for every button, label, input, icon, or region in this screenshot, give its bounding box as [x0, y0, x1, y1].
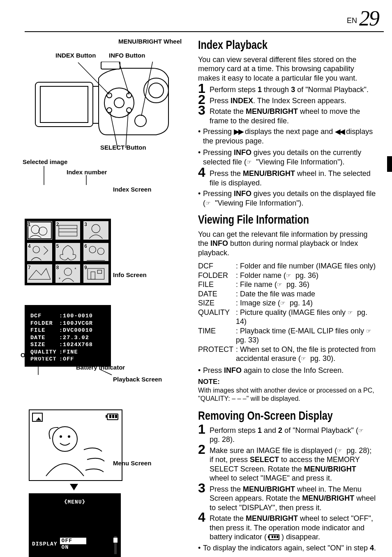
s1-bullet3: Pressing INFO gives you details on the d… — [198, 189, 376, 208]
thumbnail-6: 6 — [83, 242, 109, 262]
header-rule — [25, 31, 384, 32]
s1-intro: You can view several different files sto… — [198, 55, 376, 83]
index-pointer-lines — [21, 160, 127, 222]
file-info-definitions: DCFFolder and file number (IMAGE files o… — [198, 261, 376, 363]
reference-icon — [280, 301, 288, 306]
reference-icon — [247, 160, 254, 165]
thumbnail-3: 3 — [83, 220, 109, 240]
note-heading: NOTE: — [198, 377, 376, 386]
reference-icon — [358, 428, 366, 433]
menu-option-off: OFF — [60, 538, 86, 544]
heading-removing-osd: Removing On-Screen Display — [198, 408, 376, 423]
reference-icon — [348, 310, 355, 315]
svg-point-4 — [149, 83, 164, 98]
svg-point-37 — [53, 427, 77, 451]
fast-forward-icon: ▶▶ — [234, 127, 243, 136]
reference-icon — [286, 273, 293, 278]
playback-pointer-lines — [21, 354, 136, 379]
s3-step3: 3 Press the MENU/BRIGHT wheel in. The Me… — [198, 485, 376, 513]
s1-step3: 3 Rotate the MENU/BRIGHT wheel to move t… — [198, 107, 376, 125]
svg-rect-22 — [59, 225, 77, 236]
menu-scrollbar — [114, 536, 117, 554]
page-number: EN 29 — [347, 5, 379, 32]
label-info-button: INFO Button — [109, 52, 145, 60]
svg-point-9 — [107, 108, 112, 113]
s1-step4: 4 Press the MENU/BRIGHT wheel in. The se… — [198, 169, 376, 187]
s3-step4: 4 Rotate the MENU/BRIGHT wheel to select… — [198, 514, 376, 542]
thumbnail-5: 5 — [55, 242, 81, 262]
reference-icon — [205, 201, 213, 206]
menu-option-on: ON — [60, 544, 86, 551]
svg-point-25 — [92, 224, 100, 233]
s2-intro: You can get the relevant file informatio… — [198, 230, 376, 258]
s3-bullet1: To display the indicators again, select … — [198, 543, 376, 553]
label-info-screen: Info Screen — [113, 271, 147, 279]
svg-point-10 — [127, 108, 131, 113]
svg-point-29 — [64, 268, 71, 275]
svg-rect-1 — [40, 86, 88, 122]
down-arrow-icon — [70, 484, 78, 490]
menu-item-display: DISPLAY — [32, 541, 58, 548]
s2-close: Press INFO again to close the Info Scree… — [198, 366, 376, 375]
s3-step2: 2 Make sure an IMAGE file is displayed (… — [198, 446, 376, 483]
label-menu-bright: MENU/BRIGHT Wheel — [118, 38, 182, 46]
svg-point-39 — [68, 435, 70, 438]
s3-step1: 1 Perform steps 1 and 2 of "Normal Playb… — [198, 426, 376, 444]
label-index-button: INDEX Button — [55, 52, 96, 60]
s1-step1: 1 Perform steps 1 through 3 of "Normal P… — [198, 85, 376, 95]
svg-text:*: * — [59, 277, 60, 282]
svg-rect-34 — [98, 270, 102, 273]
reference-icon — [277, 282, 284, 287]
svg-text:*: * — [74, 268, 76, 272]
svg-point-38 — [60, 435, 62, 438]
svg-rect-2 — [93, 86, 99, 123]
heading-viewing-file-info: Viewing File Information — [198, 212, 376, 227]
camcorder-illustration — [33, 62, 173, 160]
svg-line-36 — [99, 369, 112, 375]
thumbnail-8: 8 ** — [55, 263, 81, 284]
s2-note: With images shot with another device or … — [198, 386, 376, 403]
svg-point-28 — [98, 248, 104, 254]
svg-point-11 — [135, 115, 146, 127]
svg-point-6 — [114, 98, 124, 108]
thumbnail-4: 4 — [26, 242, 53, 262]
playback-image — [30, 410, 122, 480]
thumbnail-9: 9 — [83, 263, 109, 284]
section-tab — [387, 156, 392, 172]
label-menu-screen: Menu Screen — [113, 460, 151, 467]
svg-point-21 — [39, 227, 47, 235]
s1-step2: 2 Press INDEX. The Index Screen appears. — [198, 96, 376, 106]
svg-point-20 — [31, 225, 39, 233]
svg-point-26 — [33, 246, 39, 253]
playback-screen — [29, 409, 122, 481]
thumbnail-7: 7 — [26, 263, 53, 284]
thumbnail-1: 1 — [26, 220, 53, 240]
svg-rect-12 — [101, 62, 120, 69]
battery-inline-icon — [269, 534, 279, 540]
reference-icon — [366, 329, 374, 334]
menu-screen: 《MENU》 DISPLAY OFF ON — [29, 493, 121, 557]
reference-icon — [301, 356, 308, 361]
reference-icon — [337, 448, 344, 453]
thumbnail-2: 2 — [55, 220, 81, 240]
heading-index-playback: Index Playback — [198, 37, 376, 53]
svg-point-7 — [107, 93, 112, 98]
svg-point-27 — [89, 246, 96, 253]
svg-rect-33 — [91, 272, 95, 280]
rewind-icon: ◀◀ — [335, 127, 344, 136]
s1-bullet1: Pressing ▶▶ displays the next page and ◀… — [198, 127, 376, 146]
index-screen: 1 2 3 4 5 6 7 — [25, 219, 111, 285]
s1-bullet2: Pressing INFO gives you details on the c… — [198, 148, 376, 166]
